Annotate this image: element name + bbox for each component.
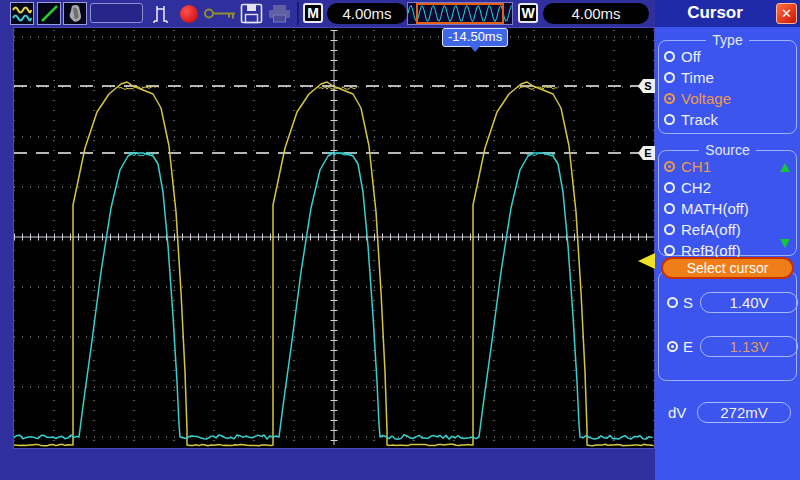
select-cursor-button[interactable]: Select cursor: [661, 257, 794, 279]
window-timebase-value[interactable]: 4.00ms: [543, 3, 649, 24]
scroll-down-icon[interactable]: [780, 239, 790, 248]
type-option-off[interactable]: Off: [664, 46, 796, 67]
menu-title: Cursor: [655, 3, 775, 23]
radio-icon: [664, 72, 675, 83]
pulse-signal-icon[interactable]: [151, 3, 175, 24]
cursor-s-row[interactable]: S 1.40V: [667, 292, 798, 313]
graticule-and-traces: [14, 28, 654, 448]
top-toolbar: M 4.00ms W 4.00ms: [0, 0, 655, 27]
waveform-preview-strip[interactable]: [407, 2, 513, 25]
preview-waveform-icon: [408, 3, 512, 24]
close-icon[interactable]: ✕: [776, 3, 797, 24]
hardcopy-icon: [64, 3, 86, 24]
radio-icon: [664, 245, 675, 256]
radio-icon: [664, 182, 675, 193]
main-timebase-value[interactable]: 4.00ms: [327, 3, 407, 24]
radio-icon: [664, 114, 675, 125]
radio-icon: [667, 341, 678, 352]
cursor-menu: Cursor ✕ Type Off Time Voltage Track: [655, 0, 800, 480]
delta-v-label: dV: [668, 404, 688, 421]
type-option-voltage[interactable]: Voltage: [664, 88, 796, 109]
source-option-ch2[interactable]: CH2: [664, 177, 796, 198]
type-section-title: Type: [659, 32, 796, 48]
source-option-ch1[interactable]: CH1: [664, 156, 796, 177]
radio-icon: [667, 297, 678, 308]
channel-waves-icon: [11, 3, 33, 24]
radio-icon: [664, 51, 675, 62]
source-section: Source CH1 CH2 MATH(off) RefA(off) RefB(…: [658, 150, 797, 256]
cursor-e-row[interactable]: E 1.13V: [667, 336, 798, 357]
cursor-values-section: S 1.40V E 1.13V: [658, 271, 797, 381]
scroll-up-icon[interactable]: [780, 163, 790, 172]
slope-button[interactable]: [37, 2, 61, 25]
toolbar-divider: [297, 2, 299, 25]
main-timebase-label: M: [303, 3, 323, 23]
toolbar-empty-field[interactable]: [90, 3, 143, 23]
save-icon[interactable]: [240, 3, 263, 24]
cursor-e-label: E: [683, 338, 695, 355]
delta-v-value: 272mV: [697, 402, 791, 423]
cursor-s-label: S: [683, 294, 695, 311]
radio-icon: [664, 93, 675, 104]
status-bar: DC 20 200mV DC 20 1.00V CH1 704mV 50.000…: [0, 449, 655, 480]
channels-button[interactable]: [10, 2, 34, 25]
source-section-title: Source: [659, 142, 796, 158]
radio-icon: [664, 161, 675, 172]
source-option-refa[interactable]: RefA(off): [664, 219, 796, 240]
cursor-e-value: 1.13V: [700, 336, 798, 357]
radio-icon: [664, 203, 675, 214]
oscilloscope-ui: M 4.00ms W 4.00ms -14.50ms S E DC 20 200…: [0, 0, 800, 480]
window-timebase-label: W: [518, 3, 538, 23]
hardcopy-button[interactable]: [63, 2, 87, 25]
record-icon[interactable]: [180, 5, 198, 23]
source-option-math[interactable]: MATH(off): [664, 198, 796, 219]
slope-line-icon: [38, 3, 60, 24]
delay-position-tooltip: -14.50ms: [442, 28, 508, 47]
delta-v-row: dV 272mV: [668, 402, 791, 423]
radio-icon: [664, 224, 675, 235]
waveform-screen: [13, 27, 655, 449]
type-option-track[interactable]: Track: [664, 109, 796, 130]
type-option-time[interactable]: Time: [664, 67, 796, 88]
print-icon[interactable]: [267, 4, 292, 23]
menu-header: Cursor ✕: [655, 0, 800, 27]
key-icon[interactable]: [203, 7, 237, 20]
type-section: Type Off Time Voltage Track: [658, 40, 797, 134]
cursor-s-value: 1.40V: [700, 292, 798, 313]
